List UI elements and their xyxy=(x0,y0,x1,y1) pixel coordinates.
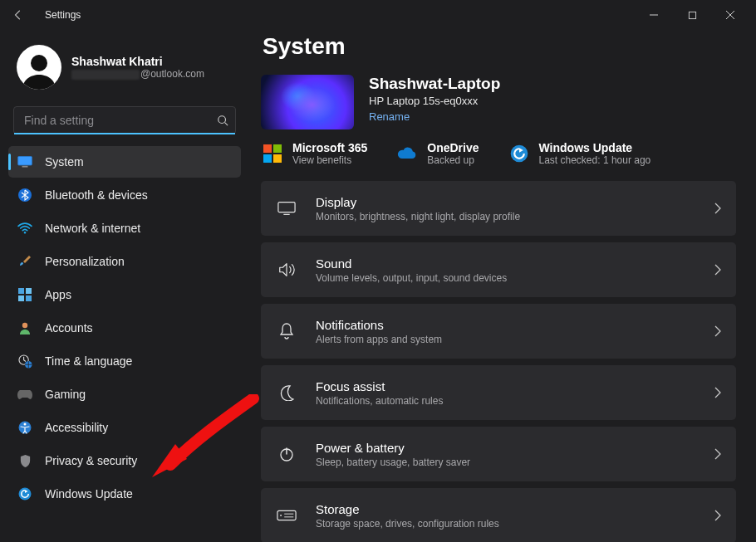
item-notifications[interactable]: Notifications Alerts from apps and syste… xyxy=(261,304,736,359)
bell-icon xyxy=(276,322,297,340)
sidebar-item-system[interactable]: System xyxy=(8,146,241,178)
redacted-text xyxy=(71,70,140,80)
device-model: HP Laptop 15s-eq0xxx xyxy=(369,95,500,107)
svg-point-2 xyxy=(218,116,226,124)
svg-rect-10 xyxy=(26,295,32,301)
moon-icon xyxy=(276,384,297,401)
item-sub: Notifications, automatic rules xyxy=(316,395,443,407)
window-title: Settings xyxy=(45,9,81,21)
sidebar-item-apps[interactable]: Apps xyxy=(8,279,241,310)
item-title: Storage xyxy=(316,502,499,516)
sidebar-item-label: Accounts xyxy=(45,321,93,334)
sidebar-item-label: Accessibility xyxy=(45,421,108,434)
item-display[interactable]: Display Monitors, brightness, night ligh… xyxy=(261,181,736,236)
minimize-button[interactable] xyxy=(635,2,673,28)
onedrive-icon xyxy=(397,144,417,164)
item-title: Power & battery xyxy=(316,441,470,455)
chevron-right-icon xyxy=(714,264,721,276)
svg-rect-7 xyxy=(18,288,24,294)
svg-point-15 xyxy=(24,423,27,426)
update-icon xyxy=(509,144,529,164)
m365-icon xyxy=(263,144,282,164)
svg-point-21 xyxy=(510,145,528,163)
search-box[interactable] xyxy=(13,106,236,134)
paintbrush-icon xyxy=(17,253,33,270)
page-title: System xyxy=(263,33,736,60)
bluetooth-icon xyxy=(17,187,33,203)
sidebar-item-bluetooth[interactable]: Bluetooth & devices xyxy=(8,179,241,211)
chevron-right-icon xyxy=(714,448,721,460)
item-sub: Alerts from apps and system xyxy=(316,334,442,345)
chevron-right-icon xyxy=(714,203,721,214)
device-name: Shashwat-Laptop xyxy=(369,75,500,93)
avatar xyxy=(17,45,61,90)
item-title: Sound xyxy=(316,256,507,271)
sidebar-item-gaming[interactable]: Gaming xyxy=(8,378,241,410)
tile-title: Windows Update xyxy=(539,141,651,154)
sidebar-item-label: Time & language xyxy=(45,354,132,368)
device-wallpaper-thumb xyxy=(261,75,354,129)
sidebar: Shashwat Khatri @outlook.com System xyxy=(0,30,249,542)
sidebar-item-time-language[interactable]: Time & language xyxy=(8,345,241,377)
tile-windows-update[interactable]: Windows Update Last checked: 1 hour ago xyxy=(509,141,651,166)
search-icon xyxy=(217,115,228,126)
sidebar-item-label: Privacy & security xyxy=(45,454,137,467)
sidebar-item-label: Apps xyxy=(45,288,71,301)
sidebar-item-windows-update[interactable]: Windows Update xyxy=(8,478,241,510)
sidebar-item-accounts[interactable]: Accounts xyxy=(8,312,241,344)
close-button[interactable] xyxy=(711,2,749,28)
svg-point-16 xyxy=(19,488,32,500)
item-storage[interactable]: Storage Storage space, drives, configura… xyxy=(261,488,736,542)
item-power-battery[interactable]: Power & battery Sleep, battery usage, ba… xyxy=(261,427,736,481)
sidebar-item-privacy-security[interactable]: Privacy & security xyxy=(8,445,241,476)
titlebar: Settings xyxy=(0,0,756,30)
sidebar-item-label: Windows Update xyxy=(45,487,133,500)
item-focus-assist[interactable]: Focus assist Notifications, automatic ru… xyxy=(261,365,736,420)
item-title: Display xyxy=(316,195,520,209)
svg-rect-8 xyxy=(26,288,32,294)
svg-rect-3 xyxy=(18,156,32,165)
maximize-button[interactable] xyxy=(673,2,711,28)
profile-block[interactable]: Shashwat Khatri @outlook.com xyxy=(8,40,241,98)
svg-rect-17 xyxy=(263,144,272,153)
sound-icon xyxy=(276,261,297,278)
tile-microsoft-365[interactable]: Microsoft 365 View benefits xyxy=(263,141,367,166)
device-hero: Shashwat-Laptop HP Laptop 15s-eq0xxx Ren… xyxy=(261,75,736,129)
svg-point-6 xyxy=(24,232,26,233)
profile-name: Shashwat Khatri xyxy=(71,55,204,68)
accessibility-icon xyxy=(17,419,33,436)
back-button[interactable] xyxy=(7,9,30,21)
svg-rect-19 xyxy=(263,154,272,163)
storage-icon xyxy=(276,510,297,521)
sidebar-item-label: Gaming xyxy=(45,388,86,401)
svg-rect-22 xyxy=(278,203,295,212)
sidebar-item-accessibility[interactable]: Accessibility xyxy=(8,412,241,443)
item-sub: Storage space, drives, configuration rul… xyxy=(316,518,499,530)
svg-point-11 xyxy=(22,323,27,328)
status-tiles: Microsoft 365 View benefits OneDrive Bac… xyxy=(263,141,736,166)
item-title: Notifications xyxy=(316,318,442,332)
clock-globe-icon xyxy=(17,353,33,369)
display-icon xyxy=(276,201,297,216)
svg-point-25 xyxy=(280,515,282,516)
item-sub: Sleep, battery usage, battery saver xyxy=(316,457,470,468)
tile-title: Microsoft 365 xyxy=(292,141,367,154)
sidebar-item-personalization[interactable]: Personalization xyxy=(8,246,241,277)
tile-onedrive[interactable]: OneDrive Backed up xyxy=(397,141,479,166)
settings-list: Display Monitors, brightness, night ligh… xyxy=(261,181,736,542)
update-icon xyxy=(17,486,33,502)
gamepad-icon xyxy=(17,386,33,403)
item-sound[interactable]: Sound Volume levels, output, input, soun… xyxy=(261,242,736,297)
power-icon xyxy=(276,446,297,462)
item-title: Focus assist xyxy=(316,379,443,393)
svg-point-1 xyxy=(31,55,47,71)
search-input[interactable] xyxy=(22,113,217,128)
sidebar-item-label: Network & internet xyxy=(45,222,140,235)
svg-rect-4 xyxy=(22,166,28,168)
rename-link[interactable]: Rename xyxy=(369,110,500,123)
svg-rect-18 xyxy=(273,144,282,153)
sidebar-item-label: System xyxy=(45,155,84,168)
chevron-right-icon xyxy=(714,510,721,521)
chevron-right-icon xyxy=(714,325,721,337)
sidebar-item-network[interactable]: Network & internet xyxy=(8,212,241,244)
